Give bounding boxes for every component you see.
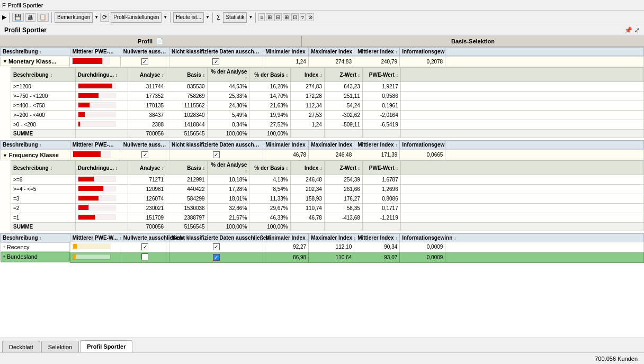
bundesland-null-checkbox[interactable] <box>141 253 148 260</box>
bundesland-maxidx: 110,64 <box>309 252 354 262</box>
g1-row-3: >=400 - <750 170135 1115562 24,30% 21,63… <box>11 101 644 111</box>
toolbar-icon-d[interactable]: ⊞ <box>283 13 290 21</box>
col3-header-beschreibung: Beschreibung ↕ <box>1 234 70 242</box>
today-button[interactable]: Heute ist... <box>173 12 204 23</box>
g2r5-zval: -413,68 <box>324 213 362 223</box>
g1-row-2: >=750 - <1200 177352 758269 25,33% 14,70… <box>11 92 644 101</box>
group2-infogain: 0,0665 <box>400 150 445 160</box>
col2-header-beschreibung: Beschreibung ↕ <box>1 141 70 149</box>
g2-inner-col-desc: Beschreibung ↕ <box>11 161 76 175</box>
section-header: Profil 📄 Basis-Selektion <box>0 36 644 47</box>
status-bar: 700.056 Kunden <box>0 352 644 364</box>
recency-expand-icon[interactable]: + <box>3 244 6 250</box>
pin-icon[interactable]: 📌 <box>624 26 632 34</box>
g2rsum-empty <box>400 223 643 231</box>
g1r3-pbasis: 21,63% <box>249 101 290 111</box>
toolbar-play-icon[interactable]: ▶ <box>2 14 6 21</box>
g1rsum-basis: 5156545 <box>166 130 207 138</box>
inner-col-panal: % der Analyse ↕ <box>207 68 249 82</box>
col3-header-empty <box>445 234 644 242</box>
toolbar-icon-e[interactable]: ⊡ <box>291 13 299 21</box>
g1r1-idx: 274,83 <box>290 82 324 92</box>
recency-maxidx: 112,10 <box>309 242 354 252</box>
g2rsum-desc: SUMME <box>11 223 76 231</box>
toolbar-icon-b[interactable]: ⊞ <box>266 13 273 21</box>
detach-icon[interactable]: ⤢ <box>634 26 640 34</box>
g1rsum-panal: 100,00% <box>207 130 249 138</box>
toolbar-icon-c[interactable]: ⊟ <box>274 13 282 21</box>
g2r5-bar <box>75 213 128 223</box>
g1r5-zval: -509,11 <box>324 120 362 130</box>
group1-null-cell: ✓ <box>121 57 169 67</box>
group1-notclass-checkbox[interactable]: ✓ <box>212 58 219 65</box>
toolbar-icon2[interactable]: ⟳ <box>100 13 109 22</box>
bundesland-bar <box>70 252 121 262</box>
profile-settings-dropdown[interactable]: ▼ <box>163 15 167 20</box>
group2-inner-wrap: Beschreibung ↕ Durchdringu... ↕ Analyse … <box>0 160 644 231</box>
tab-deckblatt[interactable]: Deckblatt <box>2 341 40 352</box>
g1r3-zval: 54,24 <box>324 101 362 111</box>
toolbar-save-icon[interactable]: 💾 <box>12 13 24 22</box>
g2r5-empty <box>400 213 643 223</box>
bundesland-notclass-checkbox[interactable]: ✓ <box>213 254 220 261</box>
g1r1-zval: 643,23 <box>324 82 362 92</box>
col3-header-null: Nullwerte ausschließen ↕ <box>121 234 169 242</box>
tab-profil-sportler[interactable]: Profil Sportler <box>80 340 132 352</box>
g1r3-basis: 1115562 <box>166 101 207 111</box>
statistik-dropdown[interactable]: ▼ <box>248 15 253 20</box>
g1r3-bar <box>75 101 128 111</box>
toolbar-icon-g[interactable]: ⊘ <box>307 13 314 21</box>
g1rsum-pbasis: 100,00% <box>249 130 290 138</box>
g1r4-pwe: -2,0164 <box>362 111 400 120</box>
g2r4-zval: 58,35 <box>324 204 362 213</box>
g1r4-panal: 5,49% <box>207 111 249 120</box>
col-header-empty <box>445 48 644 56</box>
main-window: F Profil Sportler ▶ 💾 🖶 📋 Bemerkungen ▼ … <box>0 0 644 364</box>
group1-bar-container <box>72 58 110 65</box>
g1r4-zval: -302,62 <box>324 111 362 120</box>
toolbar-icon-a[interactable]: ≡ <box>258 13 265 21</box>
statistik-button[interactable]: Statistik <box>223 12 247 23</box>
g2r1-pwe: 1,6787 <box>362 175 400 185</box>
g1r2-idx: 172,28 <box>290 92 324 101</box>
group2-notclass-checkbox[interactable]: ✓ <box>213 151 220 158</box>
g1r2-desc: >=750 - <1200 <box>11 92 76 101</box>
toolbar-print-icon[interactable]: 🖶 <box>25 13 35 22</box>
g2r4-empty <box>400 204 643 213</box>
group1-null-checkbox[interactable]: ✓ <box>141 58 148 65</box>
bundesland-notclass: ✓ <box>169 252 263 262</box>
g2r1-basis: 212991 <box>166 175 207 185</box>
toolbar-icon-f[interactable]: ▿ <box>300 13 306 21</box>
g1r4-bar <box>75 111 128 120</box>
recency-notclass-checkbox[interactable]: ✓ <box>213 243 220 250</box>
group1-collapse-icon[interactable]: ▼ <box>3 59 7 64</box>
g1-row-4: >=200 - <400 38437 1028340 5,49% 19,94% … <box>11 111 644 120</box>
outer-headers-table3: Beschreibung ↕ Mittlerer PWE-W... ↕ Null… <box>0 233 644 263</box>
g2r4-pwe: 0,1717 <box>362 204 400 213</box>
g2r2-panal: 17,28% <box>207 185 249 194</box>
g2r3-desc: =3 <box>11 194 76 204</box>
today-dropdown[interactable]: ▼ <box>205 15 210 20</box>
tabs-bar: Deckblatt Selektion Profil Sportler <box>0 338 644 352</box>
col3-header-maxidx: Maximaler Index ↕ <box>309 234 354 242</box>
col2-header-infogain: Informationsgewinn ↕ <box>400 141 445 149</box>
g1rsum-anal: 700056 <box>128 130 166 138</box>
profile-settings-button[interactable]: Profil-Einstellungen <box>111 12 162 23</box>
tab-selektion[interactable]: Selektion <box>41 341 79 352</box>
remarks-dropdown-icon[interactable]: ▼ <box>94 15 99 20</box>
group2-collapse-icon[interactable]: ▼ <box>3 153 7 158</box>
g2-row-5: =1 151709 2388797 21,67% 46,33% 46,78 -4… <box>11 213 644 223</box>
recency-null-checkbox[interactable]: ✓ <box>141 243 148 250</box>
g1r1-panal: 44,53% <box>207 82 249 92</box>
g1r1-empty <box>400 82 643 92</box>
remarks-button[interactable]: Bemerkungen <box>55 12 93 23</box>
col-header-infogain: Informationsgewinn ↕ <box>400 48 445 56</box>
inner-col-durch: Durchdringu... ↕ <box>75 68 128 82</box>
group1-maxidx: 274,83 <box>308 57 354 67</box>
toolbar-copy-icon[interactable]: 📋 <box>37 13 49 22</box>
bundesland-expand-icon[interactable]: + <box>3 254 6 259</box>
sigma-icon[interactable]: Σ <box>216 14 221 21</box>
col-header-mididx: Mittlerer Index ↕ <box>354 48 400 56</box>
g1r4-empty <box>400 111 643 120</box>
group2-null-checkbox[interactable]: ✓ <box>141 151 148 158</box>
